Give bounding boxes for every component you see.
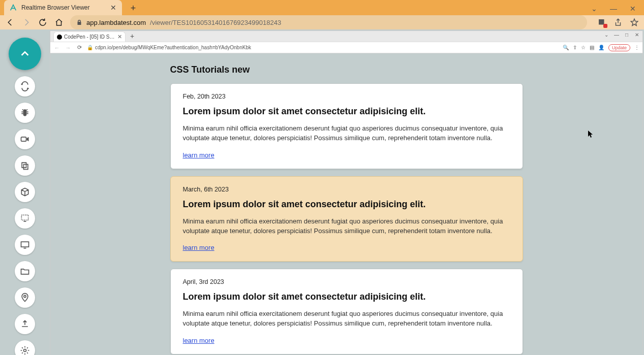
inner-star-icon[interactable]: ☆	[581, 45, 586, 50]
sidebar-copy-icon[interactable]	[15, 155, 35, 176]
outer-browser-window: Realtime Browser Viewer ✕ + ⌄ — ✕ app.la…	[0, 0, 644, 355]
inner-browser-tab[interactable]: CodePen - [05] ID Selectors ✕	[53, 31, 126, 42]
inner-minimize-icon[interactable]: —	[613, 32, 620, 38]
inner-tabstrip: CodePen - [05] ID Selectors ✕ + ⌄ — □ ✕	[50, 31, 642, 42]
window-expand-icon[interactable]: ⌄	[585, 2, 603, 15]
url-host: app.lambdatest.com	[86, 19, 146, 26]
outer-tabstrip: Realtime Browser Viewer ✕ + ⌄ — ✕	[0, 0, 644, 15]
svg-rect-3	[24, 165, 28, 170]
card-body: Minima earum nihil officia exercitatione…	[183, 217, 510, 236]
sidebar-package-icon[interactable]	[15, 182, 35, 202]
svg-rect-1	[21, 137, 26, 141]
lambdatest-sidebar	[0, 29, 50, 355]
inner-page-content: CSS Tutorials new Feb, 20th 2023Lorem ip…	[50, 53, 642, 355]
outer-address-bar-row: app.lambdatest.com/viewer/TES10160531401…	[0, 15, 644, 29]
lambdatest-favicon-icon	[9, 4, 17, 12]
window-minimize-icon[interactable]: —	[604, 2, 623, 15]
sidebar-video-icon[interactable]	[15, 129, 35, 149]
inner-addr-right-icons: 🔍 ⇪ ☆ ▤ 👤 Update ⋮	[563, 44, 639, 51]
article-card: March, 6th 2023Lorem ipsum dolor sit ame…	[170, 176, 523, 262]
inner-profile-icon[interactable]: 👤	[598, 45, 604, 50]
card-date: March, 6th 2023	[183, 186, 510, 193]
outer-tab-close-icon[interactable]: ✕	[110, 4, 117, 11]
mouse-cursor-icon	[588, 131, 594, 137]
learn-more-link[interactable]: learn more	[183, 337, 214, 344]
inner-url: cdpn.io/pen/debug/MWqKEme?authentication…	[95, 45, 251, 50]
home-button[interactable]	[54, 17, 64, 27]
inner-address-bar[interactable]: 🔒 cdpn.io/pen/debug/MWqKEme?authenticati…	[87, 45, 559, 50]
sidebar-location-icon[interactable]	[15, 287, 35, 308]
card-heading: Lorem ipsum dolor sit amet consectetur a…	[183, 292, 510, 302]
svg-rect-6	[21, 242, 29, 247]
share-icon[interactable]	[614, 18, 623, 27]
inner-share-icon[interactable]: ⇪	[573, 45, 577, 50]
inner-browser-window: CodePen - [05] ID Selectors ✕ + ⌄ — □ ✕ …	[50, 30, 643, 355]
inner-forward-button[interactable]: →	[65, 45, 72, 51]
card-heading: Lorem ipsum dolor sit amet consectetur a…	[183, 199, 510, 210]
inner-new-tab-button[interactable]: +	[128, 31, 137, 41]
back-button[interactable]	[5, 17, 15, 27]
inner-page-icon[interactable]: ▤	[590, 45, 594, 50]
svg-rect-7	[24, 248, 26, 249]
card-heading: Lorem ipsum dolor sit amet consectetur a…	[183, 106, 510, 117]
codepen-favicon-icon	[57, 35, 62, 40]
page-title: CSS Tutorials new	[170, 64, 523, 75]
inner-chevron-down-icon[interactable]: ⌄	[603, 32, 610, 38]
card-date: April, 3rd 2023	[183, 278, 510, 285]
extension-icon[interactable]	[597, 18, 606, 27]
svg-rect-5	[24, 221, 26, 222]
inner-close-icon[interactable]: ✕	[633, 32, 640, 38]
svg-point-8	[24, 295, 26, 297]
svg-rect-2	[22, 163, 26, 168]
window-close-icon[interactable]: ✕	[624, 2, 642, 15]
sidebar-screen-icon[interactable]	[15, 235, 35, 255]
article-card: April, 3rd 2023Lorem ipsum dolor sit ame…	[170, 269, 523, 354]
sidebar-folder-icon[interactable]	[15, 261, 35, 281]
lock-icon	[76, 19, 82, 25]
inner-lock-icon: 🔒	[87, 45, 93, 50]
inner-update-button[interactable]: Update	[608, 44, 630, 51]
inner-zoom-icon[interactable]: 🔍	[563, 45, 569, 50]
inner-tab-title: CodePen - [05] ID Selectors	[64, 34, 115, 40]
outer-window-controls: ⌄ — ✕	[585, 2, 642, 15]
outer-addr-right-icons	[597, 18, 639, 27]
svg-point-9	[24, 349, 26, 352]
inner-maximize-icon[interactable]: □	[623, 32, 630, 38]
sidebar-devtools-icon[interactable]	[15, 208, 35, 229]
inner-back-button[interactable]: ←	[53, 45, 60, 51]
bookmark-star-icon[interactable]	[630, 18, 639, 27]
sidebar-switch-icon[interactable]	[15, 76, 35, 96]
inner-tab-close-icon[interactable]: ✕	[117, 34, 122, 40]
learn-more-link[interactable]: learn more	[183, 244, 214, 251]
outer-tab-title: Realtime Browser Viewer	[21, 4, 106, 11]
sidebar-collapse-button[interactable]	[9, 38, 41, 70]
inner-reload-button[interactable]: ⟳	[76, 44, 83, 51]
outer-browser-tab[interactable]: Realtime Browser Viewer ✕	[4, 0, 122, 15]
inner-address-row: ← → ⟳ 🔒 cdpn.io/pen/debug/MWqKEme?authen…	[50, 42, 642, 53]
card-body: Minima earum nihil officia exercitatione…	[183, 124, 510, 143]
svg-rect-4	[21, 215, 28, 220]
outer-new-tab-button[interactable]: +	[126, 1, 140, 15]
forward-button[interactable]	[21, 17, 32, 27]
learn-more-link[interactable]: learn more	[183, 151, 214, 159]
outer-address-bar[interactable]: app.lambdatest.com/viewer/TES10160531401…	[70, 15, 587, 29]
card-body: Minima earum nihil officia exercitatione…	[183, 309, 510, 329]
reload-button[interactable]	[38, 17, 48, 27]
sidebar-settings-icon[interactable]	[15, 340, 35, 355]
article-card: Feb, 20th 2023Lorem ipsum dolor sit amet…	[170, 83, 523, 169]
card-date: Feb, 20th 2023	[183, 93, 510, 100]
sidebar-bug-icon[interactable]	[15, 103, 35, 123]
url-path: /viewer/TES101605314016769234990​18243	[150, 19, 281, 26]
inner-menu-icon[interactable]: ⋮	[634, 45, 639, 50]
inner-window-controls: ⌄ — □ ✕	[603, 32, 640, 38]
outer-content-area: CodePen - [05] ID Selectors ✕ + ⌄ — □ ✕ …	[0, 29, 644, 355]
sidebar-upload-icon[interactable]	[15, 314, 35, 334]
